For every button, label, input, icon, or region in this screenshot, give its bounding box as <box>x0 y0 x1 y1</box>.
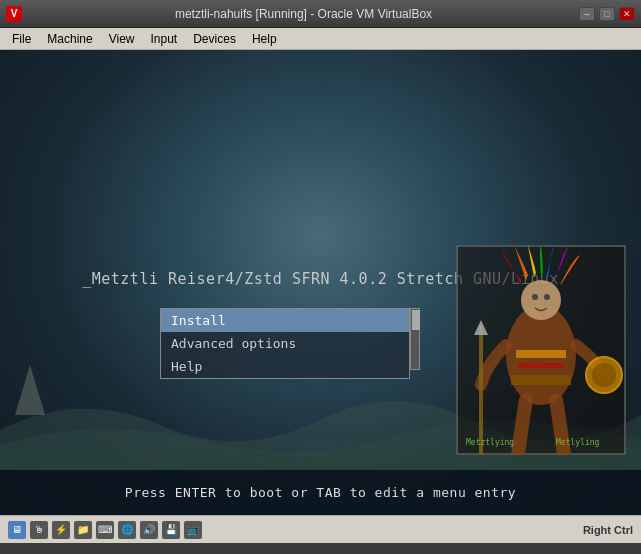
boot-option-install[interactable]: Install <box>161 309 409 332</box>
vbox-icon: V <box>6 6 22 22</box>
svg-point-5 <box>544 294 550 300</box>
close-button[interactable]: ✕ <box>619 7 635 21</box>
svg-rect-10 <box>516 350 566 358</box>
svg-rect-11 <box>518 363 564 368</box>
storage-icon[interactable]: 💾 <box>162 521 180 539</box>
status-bar: 🖥 🖱 ⚡ 📁 ⌨ 🌐 🔊 💾 📺 Right Ctrl <box>0 515 641 543</box>
boot-menu: Install Advanced options Help <box>160 308 410 379</box>
window-title: metztli-nahuifs [Running] - Oracle VM Vi… <box>28 7 579 21</box>
svg-text:Metztlying: Metztlying <box>466 438 514 447</box>
audio-icon[interactable]: 🔊 <box>140 521 158 539</box>
shared-folders-icon[interactable]: 📁 <box>74 521 92 539</box>
boot-option-advanced[interactable]: Advanced options <box>161 332 409 355</box>
minimize-button[interactable]: – <box>579 7 595 21</box>
menu-input[interactable]: Input <box>143 30 186 48</box>
menu-view[interactable]: View <box>101 30 143 48</box>
menu-file[interactable]: File <box>4 30 39 48</box>
vm-display[interactable]: _Metztli Reiser4/Zstd SFRN 4.0.2 Stretch… <box>0 50 641 515</box>
network-icon[interactable]: 🌐 <box>118 521 136 539</box>
menu-devices[interactable]: Devices <box>185 30 244 48</box>
svg-rect-12 <box>511 375 571 385</box>
titlebar: V metztli-nahuifs [Running] - Oracle VM … <box>0 0 641 28</box>
svg-point-3 <box>521 280 561 320</box>
menu-machine[interactable]: Machine <box>39 30 100 48</box>
svg-text:Metlyling: Metlyling <box>556 438 600 447</box>
statusbar-icons: 🖥 🖱 ⚡ 📁 ⌨ 🌐 🔊 💾 📺 <box>8 521 202 539</box>
right-ctrl-label: Right Ctrl <box>583 524 633 536</box>
menu-bar: File Machine View Input Devices Help <box>0 28 641 50</box>
svg-point-4 <box>532 294 538 300</box>
menu-help[interactable]: Help <box>244 30 285 48</box>
restore-button[interactable]: □ <box>599 7 615 21</box>
mouse-icon[interactable]: 🖱 <box>30 521 48 539</box>
window-controls: – □ ✕ <box>579 7 635 21</box>
scroll-thumb <box>412 310 420 330</box>
screen-icon[interactable]: 🖥 <box>8 521 26 539</box>
menu-scrollbar[interactable] <box>410 308 420 370</box>
usb-icon[interactable]: ⚡ <box>52 521 70 539</box>
keyboard-icon[interactable]: ⌨ <box>96 521 114 539</box>
boot-status-text: Press ENTER to boot or TAB to edit a men… <box>125 485 516 500</box>
boot-option-help[interactable]: Help <box>161 355 409 378</box>
aztec-warrior-image: Metztlying Metlyling <box>456 245 626 455</box>
display-icon[interactable]: 📺 <box>184 521 202 539</box>
svg-point-7 <box>592 363 616 387</box>
boot-status-bar: Press ENTER to boot or TAB to edit a men… <box>0 470 641 515</box>
